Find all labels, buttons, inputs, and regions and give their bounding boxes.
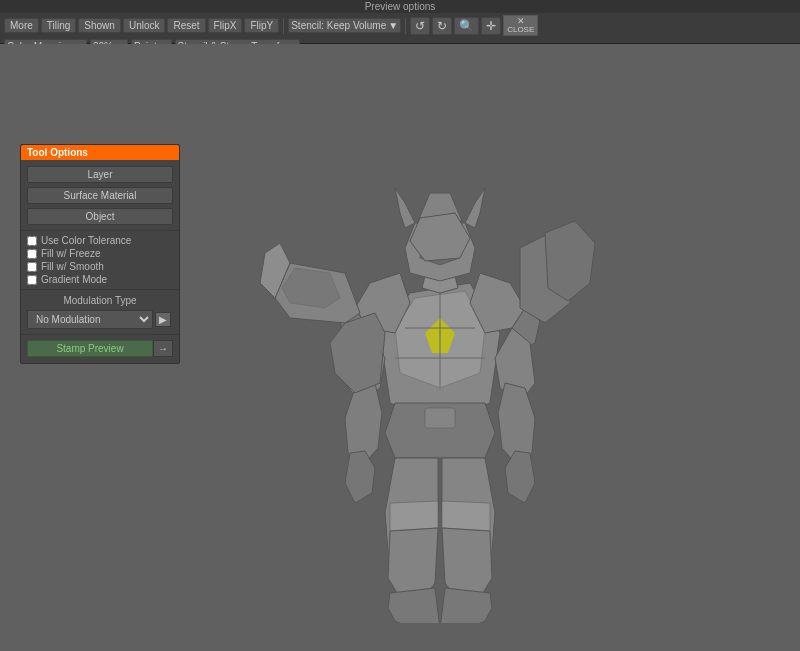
viewport[interactable]: Tool Options Layer Surface Material Obje…	[0, 44, 800, 651]
color-tolerance-checkbox[interactable]	[27, 236, 37, 246]
svg-marker-22	[440, 588, 492, 623]
flipx-button[interactable]: FlipX	[208, 18, 243, 33]
modulation-select-row: No Modulation ▶	[21, 308, 179, 331]
3d-model	[190, 73, 690, 623]
divider1	[21, 230, 179, 231]
surface-material-button[interactable]: Surface Material	[27, 187, 173, 204]
move-icon[interactable]: ✛	[481, 17, 501, 35]
modulation-type-label: Modulation Type	[63, 295, 136, 306]
object-row: Object	[21, 206, 179, 227]
tool-options-panel: Tool Options Layer Surface Material Obje…	[20, 144, 180, 364]
tool-options-header: Tool Options	[21, 145, 179, 160]
redo-icon[interactable]: ↻	[432, 17, 452, 35]
svg-marker-20	[442, 501, 490, 531]
gradient-mode-row: Gradient Mode	[21, 273, 179, 286]
separator2	[405, 18, 406, 34]
color-tolerance-row: Use Color Tolerance	[21, 234, 179, 247]
object-button[interactable]: Object	[27, 208, 173, 225]
zoom-out-icon[interactable]: 🔍	[454, 17, 479, 35]
gradient-mode-checkbox[interactable]	[27, 275, 37, 285]
preview-label: Preview options	[0, 0, 800, 13]
shown-button[interactable]: Shown	[78, 18, 121, 33]
close-button[interactable]: ✕ CLOSE	[503, 15, 538, 36]
stamp-preview-arrow-button[interactable]: →	[153, 340, 173, 357]
modulation-select[interactable]: No Modulation	[27, 310, 153, 329]
svg-marker-27	[465, 188, 485, 228]
surface-row: Surface Material	[21, 185, 179, 206]
tool-options-body: Layer Surface Material Object Use Color …	[21, 160, 179, 363]
fill-smooth-row: Fill w/ Smooth	[21, 260, 179, 273]
stencil-label: Stencil: Keep Volume	[291, 20, 386, 31]
svg-marker-16	[390, 501, 438, 531]
fill-freeze-checkbox[interactable]	[27, 249, 37, 259]
divider3	[21, 334, 179, 335]
modulation-arrow-button[interactable]: ▶	[155, 312, 171, 327]
svg-marker-26	[395, 188, 415, 228]
svg-marker-18	[388, 588, 440, 623]
divider2	[21, 289, 179, 290]
svg-marker-37	[545, 221, 595, 301]
tiling-button[interactable]: Tiling	[41, 18, 77, 33]
fill-smooth-checkbox[interactable]	[27, 262, 37, 272]
svg-marker-12	[505, 451, 535, 503]
stamp-preview-row: Stamp Preview →	[21, 338, 179, 359]
unlock-button[interactable]: Unlock	[123, 18, 166, 33]
chevron-down-icon: ▼	[388, 20, 398, 31]
separator1	[283, 18, 284, 34]
stencil-keep-volume[interactable]: Stencil: Keep Volume ▼	[288, 18, 401, 33]
modulation-type-row: Modulation Type	[21, 293, 179, 308]
fill-freeze-label: Fill w/ Freeze	[41, 248, 100, 259]
svg-marker-31	[330, 313, 385, 393]
svg-marker-9	[345, 451, 375, 503]
gradient-mode-label: Gradient Mode	[41, 274, 107, 285]
reset-button[interactable]: Reset	[167, 18, 205, 33]
svg-rect-14	[425, 408, 455, 428]
more-button[interactable]: More	[4, 18, 39, 33]
close-label: CLOSE	[507, 26, 534, 34]
flipy-button[interactable]: FlipY	[244, 18, 279, 33]
toolbar-row1: More Tiling Shown Unlock Reset FlipX Fli…	[0, 13, 800, 38]
toolbar: Preview options More Tiling Shown Unlock…	[0, 0, 800, 44]
stamp-preview-button[interactable]: Stamp Preview	[27, 340, 153, 357]
fill-smooth-label: Fill w/ Smooth	[41, 261, 104, 272]
layer-row: Layer	[21, 164, 179, 185]
color-tolerance-label: Use Color Tolerance	[41, 235, 131, 246]
undo-icon[interactable]: ↺	[410, 17, 430, 35]
layer-button[interactable]: Layer	[27, 166, 173, 183]
fill-freeze-row: Fill w/ Freeze	[21, 247, 179, 260]
